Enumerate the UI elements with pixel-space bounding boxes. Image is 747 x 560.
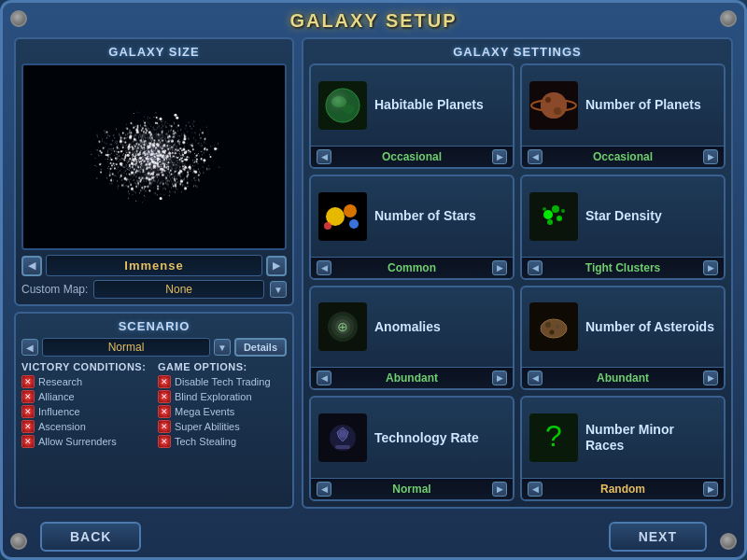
option-disable-tech: ✕ Disable Tech Trading bbox=[158, 375, 287, 388]
svg-point-5 bbox=[326, 89, 359, 122]
svg-point-19 bbox=[552, 205, 559, 213]
setting-prev-number-of-stars[interactable]: ◀ bbox=[317, 260, 331, 275]
setting-value-habitable-planets: Occasional bbox=[331, 150, 492, 163]
setting-prev-number-of-planets[interactable]: ◀ bbox=[528, 149, 543, 164]
back-button[interactable]: Back bbox=[40, 522, 141, 552]
details-button[interactable]: Details bbox=[234, 338, 287, 357]
option-super-abilities: ✕ Super Abilities bbox=[158, 420, 287, 433]
mega-events-checkbox[interactable]: ✕ bbox=[158, 405, 171, 418]
setting-control-number-of-asteroids: ◀Abundant▶ bbox=[522, 367, 724, 388]
page-title: Galaxy Setup bbox=[3, 10, 744, 32]
option-mega-events: ✕ Mega Events bbox=[158, 405, 287, 418]
setting-prev-number-minor-races[interactable]: ◀ bbox=[528, 482, 543, 497]
super-abilities-checkbox[interactable]: ✕ bbox=[158, 420, 171, 433]
setting-name-anomalies: Anomalies bbox=[374, 319, 441, 335]
setting-card-inner-anomalies: ⊕ Anomalies bbox=[311, 287, 513, 368]
alliance-label: Alliance bbox=[38, 391, 75, 402]
svg-text:⊕: ⊕ bbox=[337, 319, 348, 334]
option-allow-surrenders: ✕ Allow Surrenders bbox=[21, 435, 150, 448]
left-panel: Galaxy Size ◀ Immense ▶ Custom Map: None… bbox=[14, 37, 294, 509]
svg-point-18 bbox=[543, 210, 553, 219]
research-checkbox[interactable]: ✕ bbox=[21, 375, 35, 388]
setting-name-technology-rate: Technology Rate bbox=[374, 430, 479, 446]
setting-prev-habitable-planets[interactable]: ◀ bbox=[317, 149, 331, 164]
next-button[interactable]: Next bbox=[609, 522, 707, 552]
bottom-bar: Back Next bbox=[3, 516, 744, 557]
setting-next-anomalies[interactable]: ▶ bbox=[492, 371, 507, 385]
allow-surrenders-checkbox[interactable]: ✕ bbox=[21, 435, 35, 448]
custom-map-label: Custom Map: bbox=[21, 283, 88, 296]
galaxy-size-title: Galaxy Size bbox=[21, 45, 287, 59]
svg-point-10 bbox=[545, 97, 551, 103]
setting-prev-anomalies[interactable]: ◀ bbox=[317, 371, 331, 385]
right-panel: Galaxy Settings Habitable Planets◀Occasi… bbox=[302, 37, 733, 509]
setting-prev-technology-rate[interactable]: ◀ bbox=[317, 482, 331, 497]
svg-point-34 bbox=[550, 330, 555, 335]
influence-checkbox[interactable]: ✕ bbox=[21, 405, 35, 418]
setting-control-anomalies: ◀Abundant▶ bbox=[311, 367, 513, 388]
svg-point-22 bbox=[543, 207, 546, 211]
custom-map-value: None bbox=[93, 280, 264, 299]
svg-point-21 bbox=[547, 219, 553, 225]
blind-exploration-label: Blind Exploration bbox=[175, 391, 252, 402]
setting-next-number-minor-races[interactable]: ▶ bbox=[703, 482, 718, 497]
setting-control-habitable-planets: ◀Occasional▶ bbox=[311, 146, 513, 167]
setting-value-number-of-planets: Occasional bbox=[543, 150, 703, 163]
option-research: ✕ Research bbox=[21, 375, 150, 388]
setting-name-habitable-planets: Habitable Planets bbox=[374, 97, 484, 113]
alliance-checkbox[interactable]: ✕ bbox=[21, 390, 35, 403]
ascension-label: Ascension bbox=[38, 421, 86, 432]
galaxy-settings-title: Galaxy Settings bbox=[309, 45, 726, 59]
svg-point-23 bbox=[561, 209, 565, 213]
galaxy-size-value: Immense bbox=[46, 255, 262, 276]
scenario-arrow[interactable]: ◀ bbox=[21, 339, 38, 356]
disable-tech-checkbox[interactable]: ✕ bbox=[158, 375, 171, 388]
setting-control-number-of-stars: ◀Common▶ bbox=[311, 257, 513, 278]
setting-card-inner-number-of-asteroids: Number of Asteroids bbox=[522, 287, 724, 368]
option-blind-exploration: ✕ Blind Exploration bbox=[158, 390, 287, 403]
options-grid: Victory Conditions: ✕ Research ✕ Allianc… bbox=[21, 361, 287, 450]
setting-next-number-of-planets[interactable]: ▶ bbox=[703, 149, 718, 164]
setting-next-habitable-planets[interactable]: ▶ bbox=[492, 149, 507, 164]
galaxy-settings-panel: Galaxy Settings Habitable Planets◀Occasi… bbox=[302, 37, 733, 509]
setting-icon-star-density bbox=[529, 192, 578, 241]
setting-prev-number-of-asteroids[interactable]: ◀ bbox=[528, 371, 543, 385]
option-ascension: ✕ Ascension bbox=[21, 420, 150, 433]
bolt-bottom-left bbox=[10, 533, 27, 550]
setting-control-number-of-planets: ◀Occasional▶ bbox=[522, 146, 724, 167]
main-content: Galaxy Size ◀ Immense ▶ Custom Map: None… bbox=[3, 37, 744, 516]
ascension-checkbox[interactable]: ✕ bbox=[21, 420, 35, 433]
setting-next-technology-rate[interactable]: ▶ bbox=[492, 482, 507, 497]
setting-card-number-of-planets: Number of Planets◀Occasional▶ bbox=[520, 63, 726, 169]
setting-card-habitable-planets: Habitable Planets◀Occasional▶ bbox=[309, 63, 514, 169]
option-tech-stealing: ✕ Tech Stealing bbox=[158, 435, 287, 448]
setting-card-number-of-asteroids: Number of Asteroids◀Abundant▶ bbox=[520, 286, 726, 391]
size-prev-button[interactable]: ◀ bbox=[21, 256, 42, 276]
setting-card-star-density: Star Density◀Tight Clusters▶ bbox=[520, 175, 726, 280]
svg-text:?: ? bbox=[545, 419, 562, 453]
setting-name-number-of-planets: Number of Planets bbox=[585, 97, 701, 113]
setting-next-number-of-asteroids[interactable]: ▶ bbox=[703, 371, 718, 385]
option-influence: ✕ Influence bbox=[21, 405, 150, 418]
svg-point-11 bbox=[554, 107, 561, 115]
setting-icon-number-of-planets bbox=[529, 81, 578, 130]
tech-stealing-label: Tech Stealing bbox=[175, 436, 236, 447]
tech-stealing-checkbox[interactable]: ✕ bbox=[158, 435, 171, 448]
galaxy-size-panel: Galaxy Size ◀ Immense ▶ Custom Map: None… bbox=[14, 37, 294, 306]
galaxy-canvas bbox=[23, 65, 285, 248]
size-next-button[interactable]: ▶ bbox=[266, 256, 287, 276]
scenario-title: Scenario bbox=[21, 319, 287, 333]
scenario-arrow-right[interactable]: ▼ bbox=[214, 339, 231, 356]
disable-tech-label: Disable Tech Trading bbox=[175, 376, 271, 387]
setting-next-number-of-stars[interactable]: ▶ bbox=[492, 260, 507, 275]
setting-name-number-of-stars: Number of Stars bbox=[374, 208, 476, 224]
custom-map-arrow[interactable]: ▼ bbox=[270, 281, 287, 298]
setting-next-star-density[interactable]: ▶ bbox=[703, 260, 718, 275]
setting-prev-star-density[interactable]: ◀ bbox=[528, 260, 543, 275]
setting-card-inner-technology-rate: Technology Rate bbox=[311, 398, 513, 478]
setting-value-star-density: Tight Clusters bbox=[543, 261, 703, 274]
svg-rect-17 bbox=[529, 192, 578, 241]
setting-icon-anomalies: ⊕ bbox=[318, 302, 367, 351]
blind-exploration-checkbox[interactable]: ✕ bbox=[158, 390, 171, 403]
setting-value-anomalies: Abundant bbox=[331, 371, 492, 385]
